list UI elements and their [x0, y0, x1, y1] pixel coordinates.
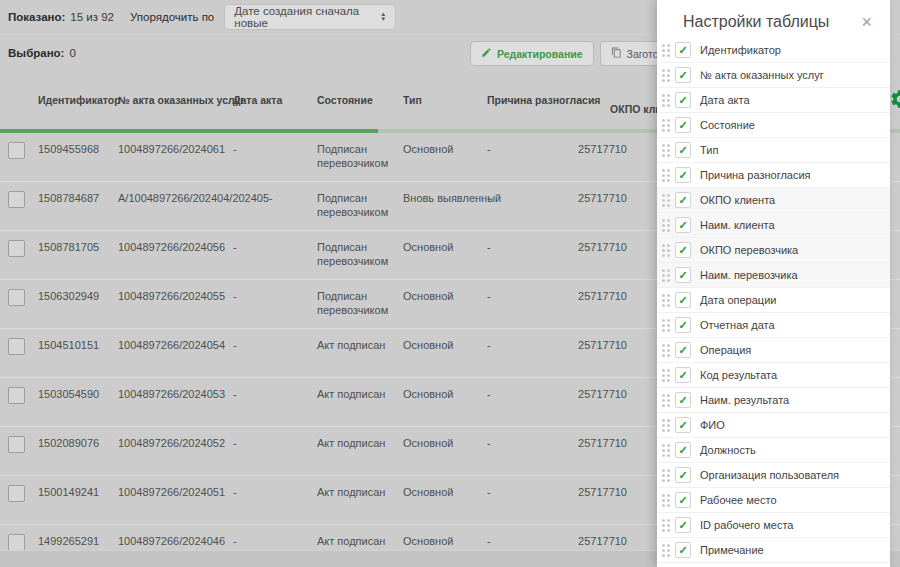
check-icon: ✓: [678, 395, 687, 406]
column-checkbox[interactable]: ✓: [675, 167, 691, 183]
column-toggle-item[interactable]: ✓ ОКПО перевозчика: [657, 238, 890, 263]
drag-handle-icon[interactable]: [662, 369, 665, 372]
gear-icon: [889, 98, 900, 113]
check-icon: ✓: [678, 345, 687, 356]
drag-handle-icon[interactable]: [662, 419, 665, 422]
column-toggle-label: Идентификатор: [700, 44, 781, 56]
drag-handle-icon[interactable]: [662, 294, 665, 297]
column-toggle-item[interactable]: ✓ Рабочее место: [657, 488, 890, 513]
drag-handle-icon[interactable]: [662, 194, 665, 197]
column-toggle-item[interactable]: ✓ Дата операции: [657, 288, 890, 313]
check-icon: ✓: [678, 45, 687, 56]
drag-handle-icon[interactable]: [662, 94, 665, 97]
column-toggle-item[interactable]: ✓ Состояние: [657, 113, 890, 138]
column-toggle-item[interactable]: ✓ Идентификатор: [657, 38, 890, 63]
drag-handle-icon[interactable]: [662, 144, 665, 147]
column-toggle-label: Должность: [700, 444, 756, 456]
column-toggle-label: Код результата: [700, 369, 777, 381]
column-checkbox[interactable]: ✓: [675, 292, 691, 308]
column-toggle-label: № акта оказанных услуг: [700, 69, 824, 81]
check-icon: ✓: [678, 70, 687, 81]
check-icon: ✓: [678, 195, 687, 206]
column-checkbox[interactable]: ✓: [675, 467, 691, 483]
check-icon: ✓: [678, 445, 687, 456]
column-toggle-item[interactable]: ✓ Операция: [657, 338, 890, 363]
column-checkbox[interactable]: ✓: [675, 417, 691, 433]
column-checkbox[interactable]: ✓: [675, 217, 691, 233]
column-toggle-item[interactable]: ✓ ОКПО клиента: [657, 188, 890, 213]
drag-handle-icon[interactable]: [662, 219, 665, 222]
column-toggle-label: Отчетная дата: [700, 319, 775, 331]
column-toggle-item[interactable]: ✓ ID рабочего места: [657, 513, 890, 538]
column-checkbox[interactable]: ✓: [675, 67, 691, 83]
drag-handle-icon[interactable]: [662, 319, 665, 322]
drag-handle-icon[interactable]: [662, 494, 665, 497]
column-toggle-item[interactable]: ✓ Наим. клиента: [657, 213, 890, 238]
table-settings-panel: Настройки таблицы × ✓ Идентификатор ✓ № …: [657, 0, 890, 567]
check-icon: ✓: [678, 545, 687, 556]
drag-handle-icon[interactable]: [662, 169, 665, 172]
column-toggle-item[interactable]: ✓ Отчетная дата: [657, 313, 890, 338]
column-checkbox[interactable]: ✓: [675, 442, 691, 458]
column-checkbox[interactable]: ✓: [675, 117, 691, 133]
column-checkbox[interactable]: ✓: [675, 317, 691, 333]
column-toggle-label: Состояние: [700, 119, 755, 131]
check-icon: ✓: [678, 470, 687, 481]
column-toggle-item[interactable]: ✓ Причина разногласия: [657, 163, 890, 188]
column-checkbox[interactable]: ✓: [675, 542, 691, 558]
column-toggle-label: Рабочее место: [700, 494, 777, 506]
drag-handle-icon[interactable]: [662, 119, 665, 122]
check-icon: ✓: [678, 220, 687, 231]
column-checkbox[interactable]: ✓: [675, 192, 691, 208]
check-icon: ✓: [678, 145, 687, 156]
close-icon[interactable]: ×: [861, 13, 872, 31]
column-checkbox[interactable]: ✓: [675, 367, 691, 383]
column-toggle-label: Наим. результата: [700, 394, 789, 406]
check-icon: ✓: [678, 270, 687, 281]
check-icon: ✓: [678, 520, 687, 531]
check-icon: ✓: [678, 245, 687, 256]
drag-handle-icon[interactable]: [662, 544, 665, 547]
column-toggle-item[interactable]: ✓ Наим. результата: [657, 388, 890, 413]
drag-handle-icon[interactable]: [662, 269, 665, 272]
check-icon: ✓: [678, 120, 687, 131]
column-toggle-item[interactable]: ✓ Дата акта: [657, 88, 890, 113]
column-toggle-item[interactable]: ✓ Должность: [657, 438, 890, 463]
drag-handle-icon[interactable]: [662, 44, 665, 47]
check-icon: ✓: [678, 495, 687, 506]
column-checkbox[interactable]: ✓: [675, 267, 691, 283]
drag-handle-icon[interactable]: [662, 519, 665, 522]
drag-handle-icon[interactable]: [662, 344, 665, 347]
column-checkbox[interactable]: ✓: [675, 242, 691, 258]
column-checkbox[interactable]: ✓: [675, 142, 691, 158]
panel-column-list: ✓ Идентификатор ✓ № акта оказанных услуг…: [657, 38, 890, 567]
panel-header: Настройки таблицы ×: [657, 0, 890, 38]
column-toggle-label: Причина разногласия: [700, 169, 811, 181]
panel-title: Настройки таблицы: [683, 13, 829, 31]
column-checkbox[interactable]: ✓: [675, 492, 691, 508]
column-toggle-label: Наим. клиента: [700, 219, 775, 231]
column-toggle-item[interactable]: ✓ Наим. перевозчика: [657, 263, 890, 288]
drag-handle-icon[interactable]: [662, 394, 665, 397]
check-icon: ✓: [678, 320, 687, 331]
drag-handle-icon[interactable]: [662, 469, 665, 472]
drag-handle-icon[interactable]: [662, 444, 665, 447]
column-toggle-item[interactable]: ✓ Примечание: [657, 538, 890, 563]
column-checkbox[interactable]: ✓: [675, 342, 691, 358]
drag-handle-icon[interactable]: [662, 244, 665, 247]
column-toggle-item[interactable]: ✓ ФИО: [657, 413, 890, 438]
column-toggle-item[interactable]: ✓ Тип: [657, 138, 890, 163]
column-checkbox[interactable]: ✓: [675, 517, 691, 533]
column-toggle-label: ОКПО клиента: [700, 194, 775, 206]
table-settings-gear-button[interactable]: [889, 88, 900, 110]
column-checkbox[interactable]: ✓: [675, 92, 691, 108]
column-toggle-label: Примечание: [700, 544, 764, 556]
column-checkbox[interactable]: ✓: [675, 42, 691, 58]
column-checkbox[interactable]: ✓: [675, 392, 691, 408]
column-toggle-label: Дата операции: [700, 294, 776, 306]
check-icon: ✓: [678, 170, 687, 181]
column-toggle-item[interactable]: ✓ Код результата: [657, 363, 890, 388]
drag-handle-icon[interactable]: [662, 69, 665, 72]
column-toggle-item[interactable]: ✓ № акта оказанных услуг: [657, 63, 890, 88]
column-toggle-item[interactable]: ✓ Организация пользователя: [657, 463, 890, 488]
